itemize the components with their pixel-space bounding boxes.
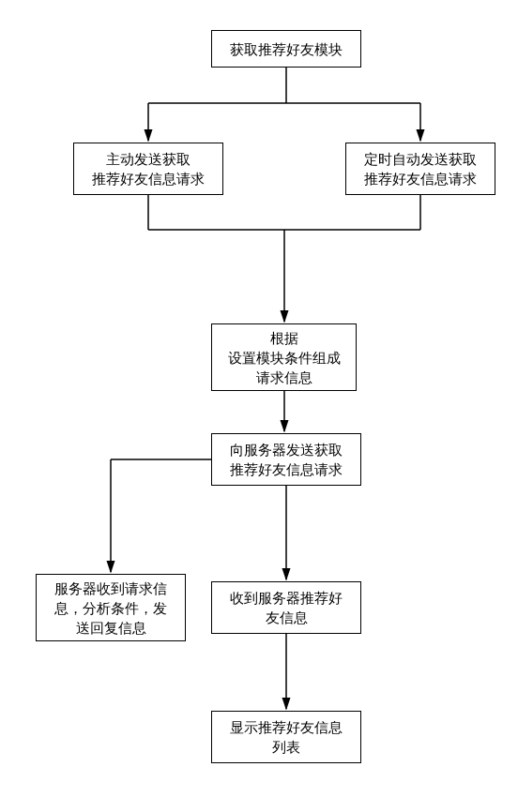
node-label: 显示推荐好友信息 列表 xyxy=(230,717,343,757)
node-compose-request: 根据 设置模块条件组成 请求信息 xyxy=(211,323,357,391)
node-send-to-server: 向服务器发送获取 推荐好友信息请求 xyxy=(211,433,361,486)
node-server-process: 服务器收到请求信 息，分析条件，发 送回复信息 xyxy=(36,574,186,641)
flowchart-connectors xyxy=(0,0,518,812)
node-label: 服务器收到请求信 息，分析条件，发 送回复信息 xyxy=(54,579,167,638)
node-timed-auto-send-request: 定时自动发送获取 推荐好友信息请求 xyxy=(345,143,495,195)
node-label: 主动发送获取 推荐好友信息请求 xyxy=(92,149,205,188)
node-active-send-request: 主动发送获取 推荐好友信息请求 xyxy=(73,143,223,195)
node-receive-recommend: 收到服务器推荐好 友信息 xyxy=(211,581,361,634)
node-label: 根据 设置模块条件组成 请求信息 xyxy=(228,328,341,387)
node-display-list: 显示推荐好友信息 列表 xyxy=(211,711,361,763)
node-label: 定时自动发送获取 推荐好友信息请求 xyxy=(364,149,477,188)
node-label: 收到服务器推荐好 友信息 xyxy=(230,588,343,627)
node-label: 获取推荐好友模块 xyxy=(230,39,343,59)
node-get-recommend-module: 获取推荐好友模块 xyxy=(211,30,361,68)
node-label: 向服务器发送获取 推荐好友信息请求 xyxy=(230,440,343,479)
